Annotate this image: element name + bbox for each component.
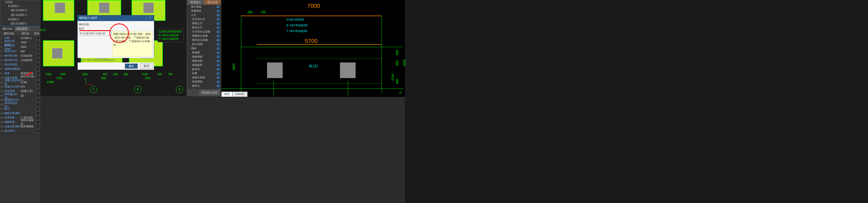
- layer-item[interactable]: 集水坑: [187, 67, 221, 71]
- dimension: 2300: [82, 73, 88, 76]
- tip-text: 小技巧: 双击可直接添加至钢筋信息: [78, 58, 154, 63]
- tree-item[interactable]: (贯) DJJ001-1: [0, 13, 40, 18]
- dimension: 5700: [305, 38, 317, 44]
- property-row[interactable]: 18钢筋业务属性: [0, 111, 40, 115]
- tab-layer-elements[interactable]: 图层图元: [187, 0, 204, 5]
- view-tabs: 模型 Layout1: [221, 92, 247, 97]
- layer-group[interactable]: 带梁桩承: [187, 9, 221, 13]
- layer-item[interactable]: 柱墩: [187, 71, 221, 75]
- property-row[interactable]: 6纵向受力筋C16@200: [0, 58, 40, 63]
- property-row[interactable]: 7短向加强筋: [0, 63, 40, 67]
- tree-item[interactable]: (贯) DJJ001-2: [0, 8, 40, 13]
- dimension: 5...: [399, 90, 402, 94]
- dimension: 650: [396, 50, 399, 55]
- dimension: 7200: [56, 77, 62, 80]
- dimension: 700: [168, 73, 173, 76]
- element-label: AL(1): [309, 64, 317, 68]
- layer-item[interactable]: 基槽灰土回填: [187, 34, 221, 38]
- dim-line: [257, 44, 382, 45]
- dimension: 500: [113, 73, 118, 76]
- dimension: 700: [260, 10, 266, 14]
- info-overlay: DJJ05,300/300/300 B: X&1C14@200 T: X&1C1…: [158, 29, 184, 42]
- layer-group[interactable]: -基础: [187, 46, 221, 50]
- dimension: 7200: [145, 77, 150, 80]
- svg-text:x: x: [91, 83, 92, 86]
- property-row[interactable]: 24显示样式: [0, 129, 40, 133]
- layer-item[interactable]: 基坑灰土回填: [187, 38, 221, 42]
- rebar-label: DJJ01,350/350 B: X&Y:Φ16@200 T: X&Y:Φ16@…: [286, 17, 307, 34]
- dimension: 3100: [142, 73, 148, 76]
- dimension: 800: [124, 73, 128, 76]
- axis-widget[interactable]: yx: [85, 78, 92, 86]
- layer-item[interactable]: 基础板带: [187, 63, 221, 67]
- tab-model[interactable]: 模型: [221, 92, 232, 97]
- dimension: 250: [247, 10, 253, 14]
- property-row[interactable]: 5横向受力筋C16@200: [0, 54, 40, 58]
- column: [267, 63, 283, 78]
- tab-display-settings[interactable]: 图示设置: [204, 0, 221, 5]
- dimension: 2100: [391, 74, 395, 81]
- dimension: 600: [158, 73, 162, 76]
- property-row[interactable]: 11混凝土强度等级(C30): [0, 80, 40, 84]
- dimension: 1825: [403, 60, 406, 67]
- dimension: 2300: [60, 73, 66, 76]
- property-row[interactable]: 12混凝土外加剂(无): [0, 84, 40, 89]
- coordinate: 57600: [47, 81, 54, 83]
- layer-item[interactable]: 基础梁: [187, 50, 221, 55]
- grid-bubble: 7: [90, 86, 97, 93]
- element-label: DJJ7: [40, 29, 46, 32]
- properties-panel: 属性列表 图层管理 属性名称属性值附加 1名称DJJ002-12截面长度 (mm…: [0, 27, 40, 203]
- property-row[interactable]: 21锚固搭接按默认锚固搭...: [0, 120, 40, 125]
- grid-bubble: 9: [176, 86, 183, 93]
- ok-button[interactable]: 确定: [125, 64, 138, 69]
- dimension: 7000: [307, 3, 320, 9]
- layer-item[interactable]: 条形基础: [187, 80, 221, 84]
- layer-group[interactable]: 独立基础: [187, 5, 221, 9]
- layer-panel: 图层图元 图示设置 独立基础带梁桩承-土方大开挖土方基槽土方基坑土方大开挖灰土回…: [187, 0, 221, 96]
- layer-item[interactable]: 大开挖灰土回填: [187, 30, 221, 34]
- layer-item[interactable]: 筏板负筋: [187, 59, 221, 63]
- dialog-titlebar[interactable]: 钢筋输入小助手 ×: [78, 15, 154, 21]
- rebar-format-input[interactable]: [79, 31, 111, 36]
- detail-view[interactable]: 7000 250 700 DJJ01,350/350 B: X&Y:Φ16@20…: [221, 0, 405, 97]
- layer-item[interactable]: 筏板基础: [187, 55, 221, 59]
- layer-item[interactable]: ★独立基础: [187, 75, 221, 80]
- tab-layout1[interactable]: Layout1: [232, 92, 247, 97]
- dimension: 650: [396, 60, 399, 66]
- restore-defaults-button[interactable]: 恢复默认设置: [199, 90, 220, 95]
- layer-item[interactable]: 桩承台: [187, 84, 221, 88]
- property-row[interactable]: 14相对偏心距 (m...(0): [0, 94, 40, 98]
- property-row[interactable]: 16面层商品设(m...: [0, 102, 40, 107]
- property-row[interactable]: 3截面宽度 (mm)3400: [0, 45, 40, 49]
- property-row[interactable]: 8顶部柱间配筋: [0, 67, 40, 71]
- svg-text:y: y: [85, 78, 86, 80]
- property-row[interactable]: 4高度 (mm)350: [0, 49, 40, 54]
- dimension: 3400: [232, 64, 236, 71]
- property-row[interactable]: 23土建业务属性组合钢模板: [0, 125, 40, 129]
- layer-item[interactable]: 大开挖土方: [187, 17, 221, 21]
- close-icon[interactable]: ×: [148, 16, 152, 20]
- grid-bubble: 8: [134, 86, 142, 93]
- tab-properties[interactable]: 属性列表: [0, 27, 14, 31]
- layer-item[interactable]: 房心回填: [187, 42, 221, 46]
- dimension: 7200: [100, 77, 106, 80]
- annotation-underline: [80, 30, 111, 31]
- tab-layers[interactable]: 图层管理: [14, 27, 29, 31]
- props-header: 属性名称属性值附加: [0, 31, 40, 36]
- tree-root[interactable]: DJJ10: [0, 0, 40, 4]
- layer-item[interactable]: 基坑土方: [187, 26, 221, 30]
- dimension: 2300: [45, 73, 51, 76]
- column: [340, 63, 355, 78]
- property-row[interactable]: 17备注: [0, 107, 40, 111]
- dimension: 600: [103, 73, 107, 76]
- tree-item[interactable]: DJJ002-1: [0, 4, 40, 8]
- layer-item[interactable]: 基槽土方: [187, 21, 221, 26]
- layer-group[interactable]: -土方: [187, 13, 221, 17]
- component-tree[interactable]: DJJ10 DJJ002-1 (贯) DJJ001-2 (贯) DJJ001-1…: [0, 0, 40, 27]
- dim-line: [241, 15, 382, 16]
- cancel-button[interactable]: 取消: [140, 64, 153, 69]
- tree-item[interactable]: (贯) DJJ002-2: [0, 21, 40, 26]
- annotation-circle: [110, 24, 129, 43]
- tree-item[interactable]: DJJ002-1: [0, 18, 40, 21]
- dimension: 800: [396, 78, 399, 84]
